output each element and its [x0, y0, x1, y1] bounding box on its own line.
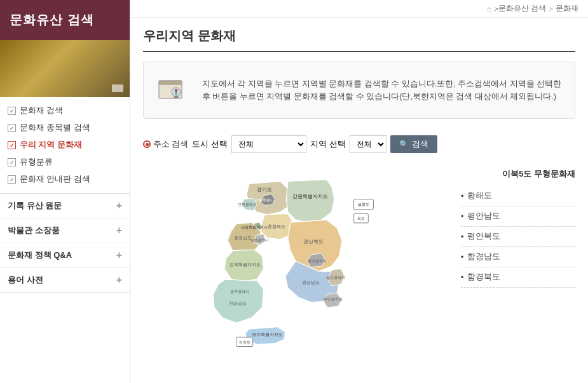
nav-item-label: 문화재 검색 — [20, 105, 63, 116]
info-box: 지도에서 각 지역을 누르면 지역별 문화재를 검색할 수 있습니다.또한, 주… — [143, 62, 575, 119]
north-title: 이북5도 무형문화재 — [461, 168, 575, 180]
sidebar-item-local-heritage[interactable]: ✓우리 지역 문화재 — [0, 137, 130, 154]
map-container: 경기도 서울특별시 인천광역시 강원특별자치도 세종특별자치시 충청북도 충청남… — [143, 168, 448, 359]
svg-text:인천광역시: 인천광역시 — [238, 202, 257, 206]
check-icon: ✓ — [8, 107, 16, 115]
radio-label-text: 주소 검색 — [153, 139, 188, 150]
nav-item-label: 유형분류 — [20, 157, 53, 168]
section-label: 용어 사전 — [8, 274, 43, 286]
section-label: 박물관 소장품 — [8, 225, 60, 236]
search-icon: 🔍 — [399, 140, 409, 149]
check-icon: ✓ — [8, 158, 16, 166]
sidebar-section-records-section[interactable]: 기록 유산 원문+ — [0, 194, 130, 218]
north-item-pyeongbuk[interactable]: 평안북도 — [461, 227, 575, 247]
region-gangwon[interactable] — [286, 180, 334, 222]
nav-item-label: 문화재 안내판 검색 — [20, 174, 90, 185]
svg-text:경상남도: 경상남도 — [302, 279, 320, 285]
sidebar-header: 문화유산 검색 — [0, 0, 130, 40]
svg-text:부산광역시: 부산광역시 — [324, 297, 343, 301]
city-select[interactable]: 전체서울특별시부산광역시대구광역시인천광역시광주광역시대전광역시울산광역시세종특… — [231, 135, 306, 153]
breadcrumb-sep1: > — [494, 5, 498, 13]
svg-text:울산광역시: 울산광역시 — [326, 276, 345, 279]
nav-item-label: 문화재 종목별 검색 — [20, 123, 90, 133]
plus-icon: + — [116, 250, 122, 261]
map-info-icon — [154, 71, 192, 109]
search-bar: 주소 검색 도시 선택 전체서울특별시부산광역시대구광역시인천광역시광주광역시대… — [143, 130, 575, 158]
north-item-pyeongnam[interactable]: 평안남도 — [461, 206, 575, 227]
breadcrumb-item1[interactable]: 문화유산 검색 — [498, 4, 546, 13]
search-button-label: 검색 — [412, 139, 428, 150]
section-label: 기록 유산 원문 — [8, 200, 62, 212]
svg-text:충청북도: 충청북도 — [268, 224, 285, 229]
svg-text:대전광역시: 대전광역시 — [250, 238, 269, 242]
sidebar-section-museum-section[interactable]: 박물관 소장품+ — [0, 218, 130, 243]
section-label: 문화재 정책 Q&A — [8, 250, 72, 261]
sidebar: 문화유산 검색 ✓문화재 검색✓문화재 종목별 검색✓우리 지역 문화재✓유형분… — [0, 0, 130, 383]
svg-rect-1 — [159, 81, 182, 84]
svg-text:대구광역시: 대구광역시 — [308, 259, 327, 263]
svg-text:제주특별자치도: 제주특별자치도 — [252, 332, 283, 337]
sidebar-nav: ✓문화재 검색✓문화재 종목별 검색✓우리 지역 문화재✓유형분류✓문화재 안내… — [0, 97, 130, 194]
svg-rect-5 — [174, 97, 179, 98]
svg-text:경상북도: 경상북도 — [303, 239, 324, 245]
svg-text:독도: 독도 — [357, 216, 365, 220]
breadcrumb-item2: 문화재 — [556, 4, 578, 13]
breadcrumb: ⌂ > 문화유산 검색 > 문화재 — [130, 0, 588, 18]
sidebar-item-heritage-type-search[interactable]: ✓문화재 종목별 검색 — [0, 119, 130, 137]
check-icon: ✓ — [8, 175, 16, 184]
north-item-hambuk[interactable]: 함경북도 — [461, 267, 575, 288]
breadcrumb-sep2: > — [549, 5, 553, 13]
svg-text:강원특별자치도: 강원특별자치도 — [292, 194, 328, 199]
region-select[interactable]: 전체 — [350, 135, 386, 153]
check-icon: ✓ — [8, 141, 16, 149]
plus-icon: + — [116, 225, 122, 236]
north-panel: 이북5도 무형문화재 황해도평안남도평안북도함경남도함경북도 — [461, 168, 575, 359]
region-label: 지역 선택 — [310, 138, 346, 150]
svg-text:서울특별시: 서울특별시 — [255, 198, 274, 202]
plus-icon: + — [116, 274, 122, 286]
svg-text:광주광역시: 광주광역시 — [230, 289, 249, 293]
main-area: ⌂ > 문화유산 검색 > 문화재 우리지역 문화재 지도에서 각 지역을 누르… — [130, 0, 588, 383]
svg-text:경기도: 경기도 — [257, 187, 272, 192]
svg-point-3 — [175, 89, 177, 91]
city-label: 도시 선택 — [192, 138, 228, 150]
svg-text:충청남도: 충청남도 — [234, 235, 252, 241]
svg-text:이어도: 이어도 — [239, 340, 250, 344]
sidebar-banner — [0, 40, 130, 97]
svg-text:세종특별자치시: 세종특별자치시 — [241, 225, 268, 229]
radio-dot — [143, 140, 151, 148]
info-text: 지도에서 각 지역을 누르면 지역별 문화재를 검색할 수 있습니다.또한, 주… — [202, 77, 564, 103]
page-title: 우리지역 문화재 — [143, 27, 575, 52]
banner-bar — [112, 84, 123, 92]
sidebar-section-policy-section[interactable]: 문화재 정책 Q&A+ — [0, 243, 130, 268]
sidebar-item-type-classification[interactable]: ✓유형분류 — [0, 154, 130, 171]
plus-icon: + — [116, 200, 122, 212]
map-section: 경기도 서울특별시 인천광역시 강원특별자치도 세종특별자치시 충청북도 충청남… — [143, 168, 575, 359]
svg-text:전라남도: 전라남도 — [229, 300, 247, 306]
home-icon[interactable]: ⌂ — [487, 4, 491, 13]
north-list: 황해도평안남도평안북도함경남도함경북도 — [461, 186, 575, 288]
search-button[interactable]: 🔍 검색 — [390, 135, 437, 153]
korea-map: 경기도 서울특별시 인천광역시 강원특별자치도 세종특별자치시 충청북도 충청남… — [143, 168, 448, 359]
sidebar-section-glossary-section[interactable]: 용어 사전+ — [0, 268, 130, 293]
svg-text:울릉도: 울릉도 — [358, 202, 369, 206]
svg-text:전북특별자치도: 전북특별자치도 — [229, 262, 261, 267]
north-item-hwanghae[interactable]: 황해도 — [461, 186, 575, 206]
check-icon: ✓ — [8, 124, 16, 132]
main-content: 우리지역 문화재 지도에서 각 지역을 누르면 지역별 문화재를 검색할 수 있… — [130, 18, 588, 383]
sidebar-item-heritage-search[interactable]: ✓문화재 검색 — [0, 102, 130, 119]
sidebar-item-heritage-board-search[interactable]: ✓문화재 안내판 검색 — [0, 171, 130, 188]
nav-item-label: 우리 지역 문화재 — [20, 140, 82, 151]
address-search-radio[interactable]: 주소 검색 — [143, 139, 188, 150]
north-item-hamnam[interactable]: 함경남도 — [461, 247, 575, 267]
